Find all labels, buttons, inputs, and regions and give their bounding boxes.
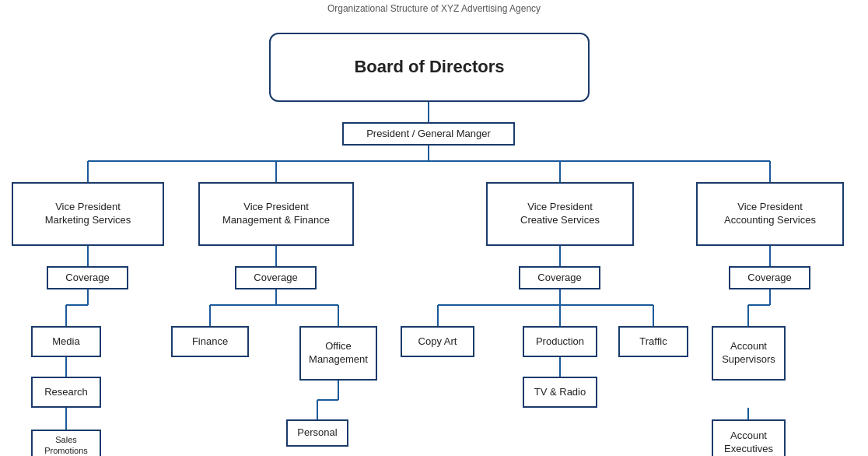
- research-box: Research: [31, 377, 101, 408]
- office-management-box: Office Management: [299, 326, 377, 381]
- coverage-marketing-box: Coverage: [47, 266, 128, 289]
- page-title: Organizational Structure of XYZ Advertis…: [0, 0, 868, 19]
- coverage-creative-box: Coverage: [519, 266, 600, 289]
- account-supervisors-box: Account Supervisors: [712, 326, 786, 381]
- production-box: Production: [523, 326, 597, 357]
- vp-marketing-box: Vice President Marketing Services: [12, 182, 164, 246]
- vp-creative-box: Vice President Creative Services: [486, 182, 634, 246]
- sales-promotions-box: Sales Promotions: [31, 430, 101, 456]
- media-box: Media: [31, 326, 101, 357]
- board-of-directors-box: Board of Directors: [269, 33, 590, 102]
- vp-accounting-box: Vice President Accounting Services: [696, 182, 844, 246]
- finance-box: Finance: [171, 326, 249, 357]
- traffic-box: Traffic: [618, 326, 688, 357]
- copy-art-box: Copy Art: [401, 326, 474, 357]
- coverage-accounting-box: Coverage: [729, 266, 810, 289]
- vp-management-box: Vice President Management & Finance: [198, 182, 354, 246]
- personal-box: Personal: [286, 419, 348, 447]
- tv-radio-box: TV & Radio: [523, 377, 597, 408]
- coverage-management-box: Coverage: [235, 266, 317, 289]
- account-executives-box: Account Executives: [712, 419, 786, 456]
- president-box: President / General Manger: [342, 122, 515, 146]
